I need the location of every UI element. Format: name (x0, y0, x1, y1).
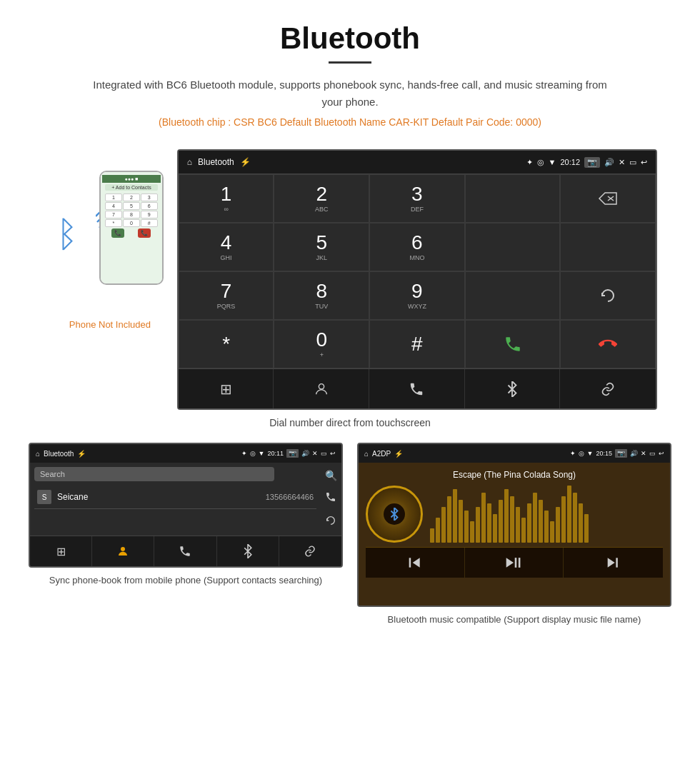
music-next-btn[interactable] (564, 548, 663, 578)
title-divider (329, 61, 371, 64)
pb-statusbar-left: ⌂ Bluetooth ⚡ (36, 450, 86, 458)
dial-key-2[interactable]: 2ABC (274, 174, 369, 223)
page-header: Bluetooth Integrated with BC6 Bluetooth … (0, 0, 700, 149)
phone-shape: ●●● ■ + Add to Contacts 123 456 789 *0# … (99, 171, 164, 285)
pb-toolbar-contacts[interactable] (92, 536, 154, 566)
close-icon[interactable]: ✕ (619, 158, 625, 167)
dial-key-1[interactable]: 1∞ (179, 174, 274, 223)
music-main (366, 486, 663, 543)
pb-volume-icon[interactable]: 🔊 (301, 450, 309, 457)
music-close-icon[interactable]: ✕ (641, 450, 646, 457)
phone-end-btn[interactable]: 📞 (138, 228, 151, 238)
page-description: Integrated with BC6 Bluetooth module, su… (93, 76, 607, 111)
dial-key-5[interactable]: 5JKL (274, 223, 369, 271)
contact-row[interactable]: S Seicane 13566664466 (34, 486, 316, 509)
pb-camera-icon[interactable]: 📷 (286, 449, 299, 458)
phonebook-body: Search S Seicane 13566664466 🔍 (30, 463, 341, 536)
music-play-pause-btn[interactable] (465, 548, 564, 578)
phone-not-included-label: Phone Not Included (69, 319, 151, 330)
svg-point-3 (121, 547, 125, 551)
music-content: Escape (The Pina Colada Song) (359, 463, 670, 605)
volume-icon[interactable]: 🔊 (604, 158, 614, 167)
music-caption: Bluetooth music compatible (Support disp… (388, 613, 641, 627)
dial-backspace[interactable] (560, 174, 656, 223)
phone-image-container: ᛒ ●●● ■ + Add to Contacts 123 456 789 (43, 149, 177, 330)
statusbar-right: ✦ ◎ ▼ 20:12 📷 🔊 ✕ ▭ ↩ (526, 157, 647, 168)
pb-wifi-icon: ▼ (259, 450, 265, 457)
phonebook-caption: Sync phone-book from mobile phone (Suppo… (49, 573, 322, 588)
side-search-icon[interactable]: 🔍 (325, 470, 337, 481)
phonebook-screen: ⌂ Bluetooth ⚡ ✦ ◎ ▼ 20:11 📷 🔊 ✕ ▭ ↩ (29, 443, 343, 568)
dial-key-8[interactable]: 8TUV (274, 271, 369, 320)
dial-key-4[interactable]: 4GHI (179, 223, 274, 271)
svg-marker-6 (506, 558, 514, 568)
music-location-icon: ◎ (579, 450, 584, 457)
dial-key-3[interactable]: 3DEF (369, 174, 465, 223)
phonebook-block: ⌂ Bluetooth ⚡ ✦ ◎ ▼ 20:11 📷 🔊 ✕ ▭ ↩ (29, 443, 343, 627)
window-icon[interactable]: ▭ (629, 158, 636, 167)
dial-key-9[interactable]: 9WXYZ (369, 271, 465, 320)
android-statusbar: ⌂ Bluetooth ⚡ ✦ ◎ ▼ 20:12 📷 🔊 ✕ ▭ ↩ (179, 151, 656, 174)
music-volume-icon[interactable]: 🔊 (630, 450, 638, 457)
music-back-icon[interactable]: ↩ (659, 450, 664, 457)
camera-icon[interactable]: 📷 (584, 157, 600, 168)
toolbar-phone[interactable] (369, 369, 465, 408)
dial-refresh[interactable] (560, 271, 656, 320)
home-icon[interactable]: ⌂ (187, 157, 192, 167)
pb-toolbar-dialpad[interactable]: ⊞ (30, 536, 92, 566)
side-refresh-icon[interactable] (325, 515, 337, 528)
music-wifi-icon: ▼ (587, 450, 594, 457)
dial-call-red[interactable] (560, 320, 656, 368)
music-block: ⌂ A2DP ⚡ ✦ ◎ ▼ 20:15 📷 🔊 ✕ ▭ ↩ Escape ( (357, 443, 671, 627)
dial-call-green[interactable] (465, 320, 561, 368)
back-icon[interactable]: ↩ (641, 158, 647, 167)
location-icon: ◎ (537, 158, 544, 167)
side-call-icon[interactable] (325, 491, 337, 505)
pb-title: Bluetooth (44, 450, 74, 458)
music-statusbar-right: ✦ ◎ ▼ 20:15 📷 🔊 ✕ ▭ ↩ (570, 449, 664, 458)
statusbar-left: ⌂ Bluetooth ⚡ (187, 157, 251, 167)
pb-toolbar-phone[interactable] (154, 536, 216, 566)
usb-icon: ⚡ (240, 157, 251, 167)
dial-key-hash[interactable]: # (369, 320, 465, 368)
pb-home-icon[interactable]: ⌂ (36, 450, 40, 458)
toolbar-dialpad[interactable]: ⊞ (179, 369, 274, 408)
pb-toolbar-link[interactable] (279, 536, 341, 566)
pb-close-icon[interactable]: ✕ (312, 450, 318, 457)
android-dial-screen: ⌂ Bluetooth ⚡ ✦ ◎ ▼ 20:12 📷 🔊 ✕ ▭ ↩ 1∞ (177, 149, 657, 410)
music-home-icon[interactable]: ⌂ (364, 450, 369, 458)
dialpad-toolbar: ⊞ (179, 368, 656, 408)
music-screen: ⌂ A2DP ⚡ ✦ ◎ ▼ 20:15 📷 🔊 ✕ ▭ ↩ Escape ( (357, 443, 671, 607)
dial-key-0[interactable]: 0+ (274, 320, 369, 368)
pb-back-icon[interactable]: ↩ (330, 450, 336, 457)
album-art (366, 486, 423, 543)
toolbar-contacts[interactable] (274, 369, 369, 408)
svg-marker-9 (607, 558, 614, 567)
toolbar-bluetooth[interactable] (465, 369, 561, 408)
music-prev-btn[interactable] (366, 548, 465, 578)
pb-statusbar-right: ✦ ◎ ▼ 20:11 📷 🔊 ✕ ▭ ↩ (241, 449, 336, 458)
pb-toolbar-bluetooth[interactable] (217, 536, 279, 566)
phonebook-side-icons: 🔍 (321, 463, 341, 536)
phonebook-toolbar: ⊞ (30, 536, 341, 566)
phone-call-btn[interactable]: 📞 (111, 228, 124, 238)
dial-key-6[interactable]: 6MNO (369, 223, 465, 271)
dial-key-star[interactable]: * (179, 320, 274, 368)
phonebook-caption-text: Sync phone-book from mobile phone (Suppo… (49, 575, 322, 585)
music-camera-icon[interactable]: 📷 (615, 449, 627, 458)
page-title: Bluetooth (14, 21, 686, 56)
dial-caption: Dial number direct from touchscreen (0, 417, 700, 428)
bluetooth-phone-image: ᛒ ●●● ■ + Add to Contacts 123 456 789 (56, 171, 164, 313)
contact-letter: S (37, 490, 51, 504)
dial-key-7[interactable]: 7PQRS (179, 271, 274, 320)
svg-rect-7 (515, 558, 517, 568)
music-bt-icon: ✦ (570, 450, 576, 457)
svg-rect-5 (409, 558, 411, 567)
music-window-icon[interactable]: ▭ (649, 450, 656, 457)
search-placeholder: Search (40, 470, 65, 478)
toolbar-link[interactable] (560, 369, 656, 408)
pb-window-icon[interactable]: ▭ (321, 450, 327, 457)
search-bar[interactable]: Search (34, 467, 274, 481)
music-statusbar: ⌂ A2DP ⚡ ✦ ◎ ▼ 20:15 📷 🔊 ✕ ▭ ↩ (359, 444, 670, 463)
music-waveform (430, 486, 663, 543)
